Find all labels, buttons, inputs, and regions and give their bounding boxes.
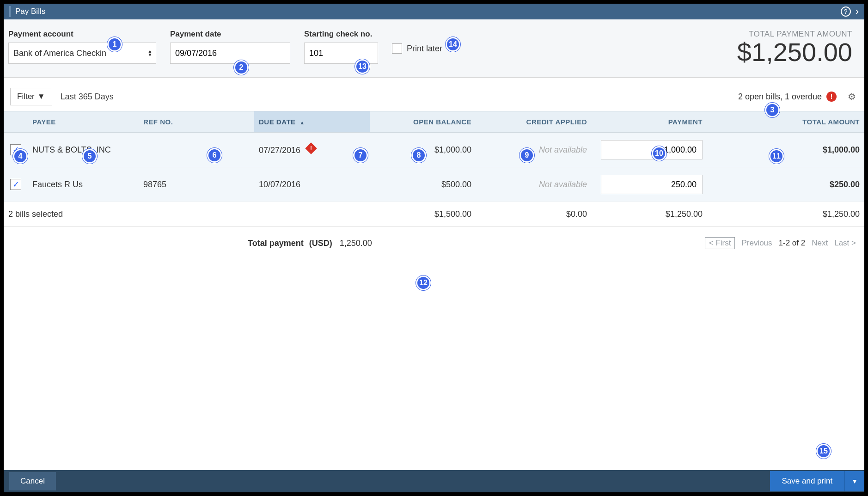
title-accent	[9, 6, 11, 17]
header-ref-no[interactable]: REF NO.	[139, 111, 254, 133]
cell-payee: Faucets R Us	[28, 167, 139, 202]
overdue-badge-icon	[305, 142, 317, 154]
table-row: ✓ NUTS & BOLTS, INC 07/27/2016 $1,000.00…	[4, 133, 864, 167]
header-credit-applied[interactable]: CREDIT APPLIED	[476, 111, 592, 133]
header-due-date[interactable]: DUE DATE ▲	[254, 111, 370, 133]
row-checkbox[interactable]: ✓	[10, 179, 21, 190]
bills-table-wrap: PAYEE REF NO. DUE DATE ▲ OPEN BALANCE CR…	[4, 111, 864, 291]
page-next-button[interactable]: Next	[812, 239, 828, 248]
starting-check-value	[309, 49, 373, 58]
page-last-button[interactable]: Last >	[834, 239, 856, 248]
header-checkbox-col[interactable]	[4, 111, 28, 133]
sum-credit-applied: $0.00	[476, 202, 592, 227]
total-payment-currency: (USD)	[309, 239, 332, 248]
page-first-button[interactable]: < First	[705, 237, 735, 249]
starting-check-field: Starting check no.	[304, 30, 378, 64]
total-payment-amount-block: TOTAL PAYMENT AMOUNT $1,250.00	[737, 30, 860, 67]
cell-credit-applied: Not available	[476, 133, 592, 167]
save-and-print-button[interactable]: Save and print	[770, 471, 845, 491]
sum-payment: $1,250.00	[592, 202, 707, 227]
caret-down-icon: ▼	[37, 92, 45, 101]
cell-due-date: 10/07/2016	[254, 167, 370, 202]
filter-button-label: Filter	[17, 92, 35, 101]
total-payment-label: Total payment	[248, 239, 304, 248]
cell-payee: NUTS & BOLTS, INC	[28, 133, 139, 167]
starting-check-label: Starting check no.	[304, 30, 378, 39]
print-later-row: Print later	[392, 43, 442, 54]
total-payment-amount-value: $1,250.00	[737, 37, 852, 67]
page-previous-button[interactable]: Previous	[741, 239, 772, 248]
header-total-amount[interactable]: TOTAL AMOUNT	[707, 111, 864, 133]
summary-row: Total payment (USD) 1,250.00 < First Pre…	[4, 227, 864, 259]
row-checkbox[interactable]: ✓	[10, 144, 21, 155]
table-row: ✓ Faucets R Us 98765 10/07/2016 $500.00 …	[4, 167, 864, 202]
overdue-alert-icon: !	[826, 92, 837, 102]
window-title: Pay Bills	[15, 7, 45, 16]
header-payment[interactable]: PAYMENT	[592, 111, 707, 133]
cell-open-balance: $1,000.00	[370, 133, 476, 167]
payment-input[interactable]	[601, 175, 703, 194]
bills-selected-text: 2 bills selected	[4, 202, 139, 227]
footer-bar: Cancel Save and print ▼	[4, 470, 864, 492]
payment-input[interactable]	[601, 140, 703, 159]
payment-date-label: Payment date	[170, 30, 290, 39]
filter-bar: Filter ▼ Last 365 Days 2 open bills, 1 o…	[4, 78, 864, 111]
select-arrows-icon: ▲▼	[144, 43, 156, 63]
cell-ref-no	[139, 133, 254, 167]
payment-account-field: Payment account Bank of America Checkin …	[8, 30, 156, 64]
sort-asc-icon: ▲	[300, 120, 305, 125]
header-payee[interactable]: PAYEE	[28, 111, 139, 133]
print-later-label: Print later	[407, 44, 442, 54]
payment-date-field: Payment date	[170, 30, 290, 64]
cell-ref-no: 98765	[139, 167, 254, 202]
payment-date-input[interactable]	[170, 43, 290, 64]
sum-total-amount: $1,250.00	[707, 202, 864, 227]
payment-account-value: Bank of America Checkin	[13, 49, 106, 58]
starting-check-input[interactable]	[304, 43, 378, 64]
chevron-right-icon[interactable]: ›	[856, 6, 859, 18]
cell-payment	[592, 133, 707, 167]
save-dropdown-button[interactable]: ▼	[844, 471, 864, 491]
gear-icon[interactable]: ⚙	[848, 91, 856, 102]
bills-table: PAYEE REF NO. DUE DATE ▲ OPEN BALANCE CR…	[4, 111, 864, 227]
payment-header-panel: Payment account Bank of America Checkin …	[4, 19, 864, 78]
cell-open-balance: $500.00	[370, 167, 476, 202]
cell-total-amount: $250.00	[707, 167, 864, 202]
cell-credit-applied: Not available	[476, 167, 592, 202]
help-icon[interactable]: ?	[841, 6, 851, 17]
cell-due-date: 07/27/2016	[254, 133, 370, 167]
open-bills-summary: 2 open bills, 1 overdue	[738, 92, 822, 102]
pagination: < First Previous 1-2 of 2 Next Last >	[705, 237, 856, 249]
filter-button[interactable]: Filter ▼	[10, 88, 52, 105]
payment-date-value	[175, 49, 285, 58]
cell-payment	[592, 167, 707, 202]
page-range: 1-2 of 2	[779, 239, 806, 248]
header-open-balance[interactable]: OPEN BALANCE	[370, 111, 476, 133]
sum-open-balance: $1,500.00	[370, 202, 476, 227]
print-later-checkbox[interactable]	[392, 43, 402, 54]
filter-range-text: Last 365 Days	[61, 92, 114, 102]
totals-row: 2 bills selected $1,500.00 $0.00 $1,250.…	[4, 202, 864, 227]
payment-account-select[interactable]: Bank of America Checkin ▲▼	[8, 43, 156, 64]
total-payment-value: 1,250.00	[340, 239, 372, 248]
cancel-button[interactable]: Cancel	[9, 472, 56, 490]
cell-total-amount: $1,000.00	[707, 133, 864, 167]
payment-account-label: Payment account	[8, 30, 156, 39]
title-bar: Pay Bills ? ›	[4, 4, 864, 19]
